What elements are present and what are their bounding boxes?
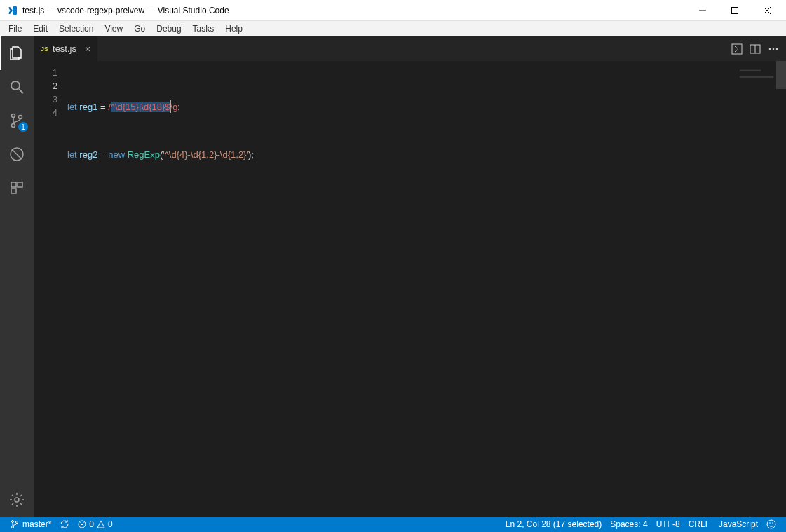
- svg-point-20: [776, 48, 778, 50]
- svg-point-4: [11, 81, 20, 90]
- code-line: [67, 76, 786, 90]
- extensions-icon: [8, 179, 25, 196]
- menu-selection[interactable]: Selection: [53, 22, 99, 35]
- status-eol[interactable]: CRLF: [684, 519, 714, 529]
- more-actions-icon[interactable]: [768, 43, 779, 55]
- svg-point-8: [19, 116, 22, 119]
- search-icon: [8, 79, 25, 95]
- sync-icon: [60, 519, 69, 529]
- git-branch-icon: [10, 519, 20, 529]
- window-controls: [686, 0, 783, 21]
- svg-point-6: [12, 114, 15, 118]
- bug-icon: [8, 146, 25, 163]
- svg-point-19: [773, 48, 775, 50]
- svg-rect-15: [732, 44, 742, 54]
- smiley-icon: [766, 519, 776, 529]
- svg-point-18: [769, 48, 771, 50]
- activity-scm[interactable]: 1: [0, 104, 34, 137]
- minimap[interactable]: ▂▂▂▂▂▂▂▂▂▂▂▂▂: [740, 65, 773, 78]
- tab-filename: test.js: [53, 43, 76, 54]
- tab-test-js[interactable]: JS test.js ×: [34, 36, 97, 61]
- menu-go[interactable]: Go: [128, 22, 151, 35]
- window-title: test.js — vscode-regexp-preivew — Visual…: [22, 6, 686, 15]
- line-number: 2: [34, 79, 67, 93]
- line-number: 4: [34, 106, 67, 119]
- svg-line-5: [19, 89, 23, 93]
- editor-toolbar: [724, 36, 786, 61]
- line-number: 3: [34, 93, 67, 106]
- close-window-button[interactable]: [751, 0, 783, 21]
- regex-preview-icon[interactable]: [731, 43, 743, 55]
- status-problems[interactable]: 0 0: [74, 519, 116, 529]
- svg-rect-1: [732, 7, 738, 13]
- scm-badge: 1: [18, 122, 28, 132]
- status-cursor-position[interactable]: Ln 2, Col 28 (17 selected): [501, 519, 606, 529]
- status-sync[interactable]: [55, 519, 74, 529]
- svg-point-27: [767, 520, 775, 528]
- svg-rect-11: [11, 182, 16, 187]
- menu-edit[interactable]: Edit: [27, 22, 53, 35]
- vertical-scrollbar[interactable]: [776, 61, 786, 517]
- split-editor-icon[interactable]: [750, 43, 761, 55]
- editor-group: JS test.js × 1 2 3 4 let reg1 = /^\d{15}…: [34, 36, 786, 517]
- status-git-branch[interactable]: master*: [6, 519, 55, 529]
- svg-point-7: [12, 124, 15, 128]
- menu-file[interactable]: File: [3, 22, 27, 35]
- svg-point-14: [15, 498, 19, 502]
- main-area: 1 JS test.js × 1: [0, 36, 786, 517]
- menu-bar: File Edit Selection View Go Debug Tasks …: [0, 21, 786, 36]
- activity-extensions[interactable]: [0, 171, 34, 205]
- svg-point-28: [769, 522, 771, 524]
- status-feedback[interactable]: [762, 519, 780, 529]
- file-type-icon: JS: [41, 46, 48, 53]
- error-icon: [78, 520, 86, 528]
- files-icon: [8, 45, 25, 62]
- code-line: [67, 124, 786, 137]
- code-area[interactable]: let reg1 = /^\d{15}|\d{18}$/g; let reg2 …: [67, 61, 786, 517]
- status-encoding[interactable]: UTF-8: [652, 519, 684, 529]
- line-number: 1: [34, 66, 67, 79]
- svg-rect-13: [11, 189, 16, 193]
- vscode-logo-icon: [7, 5, 18, 16]
- svg-point-29: [772, 522, 773, 524]
- tab-bar: JS test.js ×: [34, 36, 786, 61]
- activity-bar: 1: [0, 36, 34, 517]
- line-gutter: 1 2 3 4: [34, 61, 67, 517]
- svg-rect-12: [18, 182, 22, 187]
- gear-icon: [8, 491, 25, 508]
- activity-debug[interactable]: [0, 137, 34, 171]
- editor[interactable]: 1 2 3 4 let reg1 = /^\d{15}|\d{18}$/g; l…: [34, 61, 786, 517]
- warning-icon: [97, 520, 105, 528]
- code-line: let reg1 = /^\d{15}|\d{18}$/g;: [67, 100, 786, 114]
- code-line: let reg2 = new RegExp('^\d{4}-\d{1,2}-\d…: [67, 148, 786, 161]
- maximize-button[interactable]: [719, 0, 751, 21]
- title-bar: test.js — vscode-regexp-preivew — Visual…: [0, 0, 786, 21]
- text-selection: ^\d{15}|\d{18}$: [111, 102, 170, 112]
- tab-close-button[interactable]: ×: [85, 43, 90, 55]
- activity-explorer[interactable]: [0, 36, 34, 70]
- menu-debug[interactable]: Debug: [151, 22, 187, 35]
- menu-view[interactable]: View: [99, 22, 128, 35]
- menu-help[interactable]: Help: [219, 22, 248, 35]
- scrollbar-thumb[interactable]: [776, 61, 786, 89]
- svg-line-10: [12, 149, 22, 159]
- activity-search[interactable]: [0, 70, 34, 104]
- menu-tasks[interactable]: Tasks: [187, 22, 220, 35]
- status-bar: master* 0 0 Ln 2, Col 28 (17 selected) S…: [0, 517, 786, 532]
- minimize-button[interactable]: [686, 0, 719, 21]
- activity-settings[interactable]: [0, 483, 34, 517]
- status-language[interactable]: JavaScript: [714, 519, 762, 529]
- status-indentation[interactable]: Spaces: 4: [606, 519, 651, 529]
